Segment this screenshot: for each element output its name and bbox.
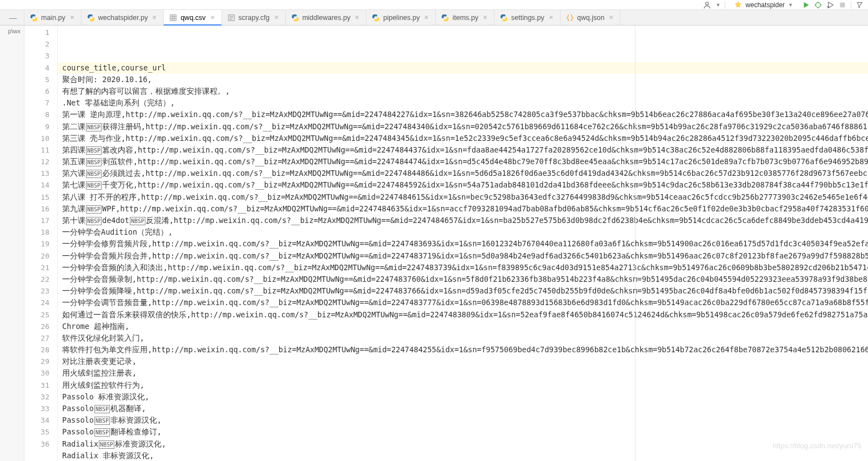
close-icon[interactable]: ✕ <box>548 13 554 22</box>
main-area: p\wx 12345678910111213141516171819202122… <box>0 26 868 461</box>
nbsp-marker: NBSP <box>86 181 102 190</box>
nbsp-marker: NBSP <box>99 440 114 449</box>
tab-label: middlewares.py <box>302 14 351 22</box>
svg-point-1 <box>816 2 821 7</box>
close-icon[interactable]: ✕ <box>69 13 75 22</box>
editor-line[interactable]: 第十课NBSPde4dotNBSP反混淆,http://mp.weixin.qq… <box>58 215 868 226</box>
nbsp-marker: NBSP <box>86 123 102 131</box>
tab-middlewares-py[interactable]: middlewares.py✕ <box>286 10 367 25</box>
file-icon <box>228 14 235 22</box>
tab-items-py[interactable]: items.py✕ <box>436 10 494 25</box>
editor-line[interactable]: 第三课 壳与作业,http://mp.weixin.qq.com/s?__biz… <box>58 133 868 144</box>
tab-settings-py[interactable]: settings.py✕ <box>494 10 561 25</box>
editor-line[interactable]: 用火绒剑监控注册表, <box>58 367 868 379</box>
editor-line[interactable]: 一分钟学会音频片段合并,http://mp.weixin.qq.com/s?__… <box>58 250 868 262</box>
collapse-icon[interactable]: — <box>9 13 17 22</box>
editor-line[interactable]: 第二课NBSP获得注册码,http://mp.weixin.qq.com/s?_… <box>58 121 868 133</box>
editor-line[interactable]: Radialix 非标资源汉化, <box>58 450 868 461</box>
editor-line[interactable]: Passolo 标准资源汉化, <box>58 391 868 403</box>
project-sidebar[interactable]: p\wx <box>0 26 24 461</box>
editor-line[interactable]: 第四课NBSP篡改内容,http://mp.weixin.qq.com/s?__… <box>58 144 868 156</box>
main-toolbar: ▼ wechatspider ▼ <box>0 0 868 10</box>
file-icon <box>372 14 380 22</box>
svg-point-2 <box>827 6 830 8</box>
close-icon[interactable]: ✕ <box>354 13 360 22</box>
editor-line[interactable]: 一分钟学会修剪音频片段,http://mp.weixin.qq.com/s?__… <box>58 238 868 250</box>
tab-wechatspider-py[interactable]: wechatspider.py✕ <box>82 10 164 25</box>
editor-line[interactable]: 第七课NBSP千变万化,http://mp.weixin.qq.com/s?__… <box>58 179 868 191</box>
tab-scrapy-cfg[interactable]: scrapy.cfg✕ <box>222 10 286 25</box>
nbsp-marker: NBSP <box>86 170 102 178</box>
run-config-selector[interactable]: wechatspider ▼ <box>730 1 798 9</box>
tab-pipelines-py[interactable]: pipelines.py✕ <box>366 10 436 25</box>
editor-line[interactable]: .Net 零基础逆向系列（完结）, <box>58 97 868 109</box>
stop-icon[interactable] <box>839 1 846 9</box>
nbsp-marker: NBSP <box>86 205 102 214</box>
nbsp-marker: NBSP <box>86 146 102 155</box>
file-icon <box>30 14 38 22</box>
file-icon <box>500 14 508 22</box>
tab-main-py[interactable]: main.py✕ <box>24 10 82 25</box>
editor-line[interactable]: 一分钟学会音频降噪,http://mp.weixin.qq.com/s?__bi… <box>58 285 868 297</box>
tab-label: scrapy.cfg <box>239 14 270 22</box>
file-icon <box>441 14 449 22</box>
editor-line[interactable]: 一分钟学会Audition（完结）, <box>58 226 868 238</box>
editor-line[interactable]: PassoloNBSP翻译检查修订, <box>58 426 868 438</box>
editor-line[interactable]: 第八课 打不开的程序,http://mp.weixin.qq.com/s?__b… <box>58 191 868 203</box>
editor-line[interactable]: RadialixNBSP标准资源汉化, <box>58 438 868 450</box>
file-icon <box>169 14 177 22</box>
tab-label: qwq.csv <box>180 14 205 22</box>
svg-rect-3 <box>840 2 845 7</box>
close-icon[interactable]: ✕ <box>273 13 280 22</box>
svg-point-0 <box>706 2 709 4</box>
editor-line[interactable]: course_title,course_url <box>58 62 868 74</box>
tab-qwq-json[interactable]: qwq.json✕ <box>561 10 620 25</box>
tabbar-left-tools: — <box>0 10 24 25</box>
close-icon[interactable]: ✕ <box>608 13 614 22</box>
editor-line[interactable]: PassoloNBSP非标资源汉化, <box>58 414 868 426</box>
watermark: https://blog.csdn.net/yuru75 <box>773 442 861 450</box>
tab-bar: — main.py✕wechatspider.py✕qwq.csv✕scrapy… <box>0 10 868 26</box>
close-icon[interactable]: ✕ <box>482 13 488 22</box>
editor-line[interactable]: 一分钟学会音频录制,http://mp.weixin.qq.com/s?__bi… <box>58 273 868 285</box>
svg-rect-5 <box>170 14 176 21</box>
tab-label: main.py <box>41 14 65 22</box>
editor-line[interactable]: PassoloNBSP机器翻译, <box>58 403 868 414</box>
editor-line[interactable]: 用火绒剑监控软件行为, <box>58 379 868 391</box>
run-icon[interactable] <box>802 1 810 9</box>
editor-line[interactable]: 聚合时间: 2020.10.16, <box>58 74 868 85</box>
close-icon[interactable]: ✕ <box>209 13 216 22</box>
run-config-label: wechatspider <box>745 1 785 9</box>
editor-line[interactable]: 一分钟学会音频的淡入和淡出,http://mp.weixin.qq.com/s?… <box>58 262 868 273</box>
editor-line[interactable]: 对比注册表变更记录, <box>58 356 868 367</box>
user-dropdown[interactable]: ▼ <box>715 2 720 8</box>
tab-label: qwq.json <box>577 14 604 22</box>
nbsp-marker: NBSP <box>86 217 102 225</box>
tab-label: settings.py <box>511 14 544 22</box>
run-config-icon[interactable] <box>826 1 834 9</box>
file-icon <box>291 14 299 22</box>
nbsp-marker: NBSP <box>94 417 110 425</box>
editor-line[interactable]: 第六课NBSP必须跳过去,http://mp.weixin.qq.com/s?_… <box>58 168 868 179</box>
nbsp-marker: NBSP <box>130 217 145 225</box>
editor-line[interactable]: 第一课 逆向原理,http://mp.weixin.qq.com/s?__biz… <box>58 109 868 120</box>
tab-label: items.py <box>452 14 478 22</box>
editor-line[interactable]: 第九课NBSPWPF,http://mp.weixin.qq.com/s?__b… <box>58 203 868 215</box>
file-icon <box>566 14 574 22</box>
vcs-icon[interactable] <box>856 1 864 9</box>
nbsp-marker: NBSP <box>86 158 102 166</box>
editor-line[interactable]: 有想了解的内容可以留言，根据难度安排课程。, <box>58 85 868 97</box>
editor-line[interactable]: 一分钟学会调节音频音量,http://mp.weixin.qq.com/s?__… <box>58 297 868 308</box>
user-icon[interactable] <box>703 1 711 9</box>
editor-line[interactable]: 将软件打包为单文件应用,http://mp.weixin.qq.com/s?__… <box>58 344 868 356</box>
editor-line[interactable]: Chrome 超神指南, <box>58 321 868 332</box>
debug-icon[interactable] <box>814 1 822 9</box>
tab-qwq-csv[interactable]: qwq.csv✕ <box>164 10 221 25</box>
editor-line[interactable]: 第五课NBSP剥茧软件,http://mp.weixin.qq.com/s?__… <box>58 156 868 168</box>
editor-line[interactable]: 如何通过一首音乐来获得双倍的快乐,http://mp.weixin.qq.com… <box>58 309 868 321</box>
close-icon[interactable]: ✕ <box>423 13 430 22</box>
editor-line[interactable]: 软件汉化绿化封装入门, <box>58 332 868 344</box>
sidebar-path: p\wx <box>8 28 21 34</box>
code-editor[interactable]: course_title,course_url聚合时间: 2020.10.16,… <box>58 26 868 461</box>
close-icon[interactable]: ✕ <box>151 13 158 22</box>
